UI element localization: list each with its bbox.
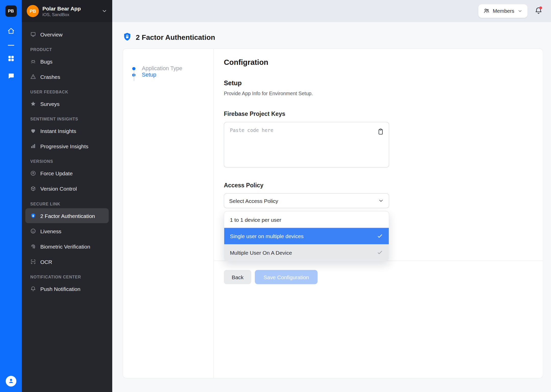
- cube-icon: [30, 186, 36, 191]
- firebase-keys-input[interactable]: [224, 122, 389, 167]
- workspace-logo[interactable]: PB: [5, 5, 17, 17]
- user-avatar-icon: [7, 377, 15, 385]
- option-label: Single user on multiple devices: [230, 233, 304, 239]
- star-icon: [30, 101, 36, 106]
- setup-description: Provide App Info for Environment Setup.: [224, 91, 543, 96]
- access-policy-select-value: Select Access Policy: [229, 198, 278, 204]
- shield-lock-icon: [30, 213, 36, 218]
- sidebar-item-ocr[interactable]: OCR: [25, 254, 109, 269]
- sidebar-item-label: Crashes: [40, 74, 60, 80]
- sidebar-item-surveys[interactable]: Surveys: [25, 96, 109, 111]
- access-policy-select[interactable]: Select Access Policy: [224, 193, 389, 208]
- app-avatar: PB: [27, 5, 39, 17]
- arrow-up-circle-icon: [30, 170, 36, 176]
- notification-icon: [30, 286, 36, 292]
- step-connector: [134, 71, 134, 81]
- app-meta: Polar Bear App iOS, SandBox: [42, 5, 81, 17]
- members-icon: [483, 7, 490, 15]
- home-button[interactable]: [7, 28, 15, 36]
- sidebar-item-label: Bugs: [40, 58, 53, 64]
- access-policy-dropdown: 1 to 1 device per user Single user on mu…: [224, 211, 389, 261]
- check-icon: [377, 233, 383, 239]
- sidebar-item-label: Liveness: [40, 228, 61, 234]
- sidebar-item-label: OCR: [40, 259, 52, 265]
- main-area: Members 2 Factor Authentication: [112, 0, 551, 392]
- form-actions: Back Save Configuration: [224, 270, 543, 284]
- app-rail: PB: [0, 0, 22, 392]
- sidebar-item-overview[interactable]: Overview: [25, 27, 109, 42]
- save-configuration-button[interactable]: Save Configuration: [255, 270, 317, 284]
- form-title: Configration: [224, 58, 543, 67]
- members-label: Members: [493, 8, 514, 14]
- dashboard-button[interactable]: [7, 55, 15, 63]
- sidebar-item-biometric[interactable]: Biometric Verification: [25, 239, 109, 254]
- sidebar-item-bugs[interactable]: Bugs: [25, 54, 109, 69]
- setup-heading: Setup: [224, 80, 543, 87]
- sidebar-item-label: Version Control: [40, 186, 77, 192]
- sidebar-item-version-control[interactable]: Version Control: [25, 181, 109, 196]
- page-head: 2 Factor Authentication: [123, 32, 543, 43]
- app-name: Polar Bear App: [42, 5, 81, 11]
- sidebar-section-user-feedback: USER FEEDBACK: [30, 90, 104, 94]
- sidebar-section-sentiment: SENTIMENT INSIGHTS: [30, 117, 104, 121]
- chevron-down-icon: [378, 198, 384, 203]
- sidebar-item-force-update[interactable]: Force Update: [25, 166, 109, 181]
- access-policy-option-selected[interactable]: Single user on multiple devices: [224, 228, 389, 244]
- back-button[interactable]: Back: [224, 270, 251, 284]
- fingerprint-icon: [30, 243, 36, 249]
- sidebar: PB Polar Bear App iOS, SandBox Overview …: [22, 0, 112, 392]
- check-icon: [377, 249, 383, 256]
- sidebar-item-label: Instant Insights: [40, 128, 76, 134]
- overview-icon: [30, 31, 36, 37]
- access-policy-option[interactable]: 1 to 1 device per user: [224, 212, 389, 228]
- sidebar-menu: Overview PRODUCT Bugs Crashes USER FEEDB…: [22, 22, 112, 392]
- app-subtitle: iOS, SandBox: [42, 12, 81, 17]
- sidebar-item-instant-insights[interactable]: Instant Insights: [25, 123, 109, 138]
- chart-bars-icon: [30, 143, 36, 149]
- sidebar-item-label: Force Update: [40, 170, 73, 176]
- user-avatar-button[interactable]: [6, 376, 16, 387]
- members-button[interactable]: Members: [478, 4, 527, 18]
- step-setup[interactable]: Setup: [132, 72, 214, 78]
- step-label: Application Type: [142, 65, 182, 72]
- access-policy-heading: Access Policy: [224, 182, 543, 189]
- configuration-card: Application Type Setup Configration Setu…: [123, 48, 543, 378]
- sidebar-item-push-notification[interactable]: Push Notification: [25, 281, 109, 296]
- notifications-button[interactable]: [535, 7, 543, 16]
- sidebar-item-liveness[interactable]: Liveness: [25, 224, 109, 239]
- chevron-down-icon: [102, 8, 107, 14]
- sidebar-section-versions: VERSIONS: [30, 160, 104, 164]
- sidebar-item-label: Progressive Insights: [40, 143, 89, 149]
- sidebar-item-two-factor[interactable]: 2 Factor Authentication: [25, 208, 109, 223]
- sidebar-item-label: Biometric Verification: [40, 243, 90, 250]
- stepper: Application Type Setup: [123, 49, 214, 378]
- sidebar-item-label: Overview: [40, 31, 62, 37]
- sidebar-section-secure-link: SECURE LINK: [30, 202, 104, 206]
- rail-nav: [7, 28, 15, 81]
- step-label: Setup: [142, 72, 156, 78]
- face-icon: [30, 228, 36, 234]
- heart-icon: [30, 128, 36, 134]
- chat-icon: [7, 72, 15, 81]
- sidebar-section-notification-center: NOTIFICATION CENTER: [30, 275, 104, 279]
- paste-from-clipboard-button[interactable]: [377, 128, 384, 136]
- option-label: 1 to 1 device per user: [230, 217, 281, 223]
- firebase-keys-field: [224, 122, 389, 168]
- rail-divider: [8, 45, 14, 46]
- sidebar-item-label: 2 Factor Authentication: [40, 213, 95, 219]
- sidebar-item-crashes[interactable]: Crashes: [25, 69, 109, 84]
- app-window: PB: [0, 0, 551, 392]
- sidebar-item-label: Surveys: [40, 101, 60, 107]
- crash-icon: [30, 74, 36, 79]
- content: 2 Factor Authentication Application Type…: [112, 22, 551, 392]
- shield-lock-icon: [123, 32, 132, 43]
- access-policy-option[interactable]: Multiple User On A Device: [224, 244, 389, 261]
- sidebar-item-progressive-insights[interactable]: Progressive Insights: [25, 139, 109, 154]
- step-application-type[interactable]: Application Type: [132, 65, 214, 72]
- sidebar-item-label: Push Notification: [40, 286, 80, 292]
- dashboard-grid-icon: [7, 55, 15, 63]
- chat-button[interactable]: [7, 72, 15, 81]
- topbar: Members: [112, 0, 551, 22]
- app-switcher[interactable]: PB Polar Bear App iOS, SandBox: [22, 0, 112, 22]
- notification-dot: [539, 6, 542, 9]
